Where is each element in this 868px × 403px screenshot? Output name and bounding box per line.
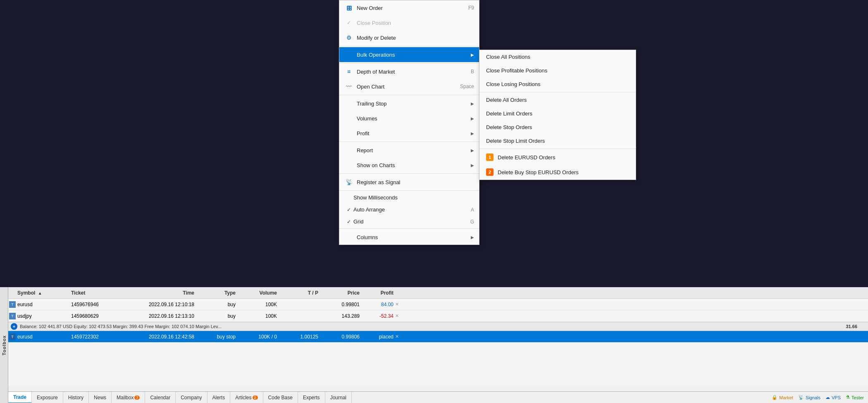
tab-calendar[interactable]: Calendar — [145, 392, 176, 403]
bulk-operations-arrow: ▶ — [471, 53, 474, 57]
tab-alerts[interactable]: Alerts — [207, 392, 231, 403]
row-ticket: 1459676946 — [69, 302, 122, 307]
menu-show-milliseconds-label: Show Milliseconds — [353, 194, 474, 201]
table-row[interactable]: T eurusd 1459676946 2022.09.16 12:10:18 … — [8, 299, 868, 310]
col-symbol-header: Symbol ▲ — [15, 290, 69, 296]
submenu-item-close-profitable[interactable]: Close Profitable Positions — [479, 64, 636, 77]
tab-news-label: News — [94, 395, 106, 401]
row-type: buy — [197, 302, 238, 307]
tab-experts-label: Experts — [303, 395, 320, 401]
submenu-item-delete-eurusd[interactable]: 1 Delete EURUSD Orders — [479, 150, 636, 165]
row-time: 2022.09.16 12:42:58 — [122, 334, 197, 340]
menu-item-show-milliseconds[interactable]: Show Milliseconds — [339, 192, 479, 204]
menu-item-new-order[interactable]: ⊞ New Order F9 — [339, 0, 479, 15]
menu-item-volumes[interactable]: Volumes ▶ — [339, 111, 479, 126]
delete-stop-limit-label: Delete Stop Limit Orders — [486, 138, 545, 144]
tab-history[interactable]: History — [63, 392, 89, 403]
tab-codebase-label: Code Base — [268, 395, 293, 401]
menu-sep-2 — [339, 63, 479, 63]
tab-company[interactable]: Company — [176, 392, 207, 403]
tab-news[interactable]: News — [89, 392, 112, 403]
menu-item-profit[interactable]: Profit ▶ — [339, 126, 479, 141]
market-icon-item[interactable]: 🔒 Market — [772, 395, 793, 400]
show-on-charts-arrow: ▶ — [471, 163, 474, 168]
col-ticket-header: Ticket — [69, 290, 122, 296]
menu-item-columns[interactable]: Columns ▶ — [339, 230, 479, 245]
tab-journal[interactable]: Journal — [325, 392, 352, 403]
menu-grid-label: Grid — [353, 218, 462, 225]
menu-item-register-signal[interactable]: 📡 Register as Signal — [339, 175, 479, 190]
open-chart-icon: 〰 — [344, 82, 353, 91]
row-symbol: eurusd — [15, 334, 69, 340]
menu-item-close-position: ✓ Close Position — [339, 15, 479, 30]
submenu-item-close-losing[interactable]: Close Losing Positions — [479, 77, 636, 91]
menu-item-bulk-operations[interactable]: Bulk Operations ▶ — [339, 47, 479, 62]
row-x-button[interactable]: ✕ — [395, 334, 403, 339]
menu-grid-shortcut: G — [470, 219, 474, 225]
bottom-panel: Toolbox Symbol ▲ Ticket Time Type Volume… — [0, 287, 868, 403]
menu-item-auto-arrange[interactable]: ✓ Auto Arrange A — [339, 204, 479, 216]
table-row[interactable]: T usdjpy 1459680629 2022.09.16 12:13:10 … — [8, 310, 868, 322]
bulk-operations-icon — [344, 50, 353, 59]
tab-trade[interactable]: Trade — [8, 392, 32, 403]
menu-sep-3 — [339, 95, 479, 95]
signals-icon: 📡 — [798, 395, 804, 400]
grid-check: ✓ — [344, 219, 353, 225]
trade-table: Symbol ▲ Ticket Time Type Volume T / P P… — [8, 287, 868, 386]
menu-item-grid[interactable]: ✓ Grid G — [339, 216, 479, 228]
tab-experts[interactable]: Experts — [298, 392, 325, 403]
menu-item-report[interactable]: Report ▶ — [339, 143, 479, 158]
row-volume: 100K — [238, 313, 279, 319]
submenu-item-delete-stop-limit[interactable]: Delete Stop Limit Orders — [479, 134, 636, 148]
submenu-item-delete-limit[interactable]: Delete Limit Orders — [479, 107, 636, 120]
row-tp: 1.00125 — [279, 334, 321, 340]
menu-item-modify-delete[interactable]: ⚙ Modify or Delete — [339, 30, 479, 45]
tab-exposure[interactable]: Exposure — [32, 392, 63, 403]
menu-bulk-operations-label: Bulk Operations — [357, 52, 471, 58]
submenu-item-delete-stop[interactable]: Delete Stop Orders — [479, 120, 636, 134]
menu-sep-7 — [339, 228, 479, 229]
row-symbol: usdjpy — [15, 313, 69, 319]
tester-label: Tester — [851, 395, 864, 400]
volumes-icon — [344, 114, 353, 123]
tester-icon-item[interactable]: ⚗ Tester — [846, 395, 864, 400]
row-x-button[interactable]: ✕ — [395, 302, 403, 307]
toolbox-tab[interactable]: Toolbox — [0, 287, 8, 403]
buy-stop-eurusd-badge: 2 — [486, 168, 494, 176]
signals-label: Signals — [806, 395, 820, 400]
tab-articles[interactable]: Articles 2 — [230, 392, 263, 403]
row-time: 2022.09.16 12:10:18 — [122, 302, 197, 307]
add-icon[interactable]: + — [11, 323, 17, 330]
menu-open-chart-shortcut: Space — [460, 84, 474, 89]
menu-sep-6 — [339, 190, 479, 191]
row-x-button[interactable]: ✕ — [395, 313, 403, 319]
row-price: 0.99801 — [321, 302, 362, 307]
submenu-item-close-all[interactable]: Close All Positions — [479, 50, 636, 64]
tab-mailbox-label: Mailbox — [117, 395, 134, 401]
close-losing-label: Close Losing Positions — [486, 81, 541, 87]
vps-icon-item[interactable]: ☁ VPS — [825, 395, 841, 400]
tab-exposure-label: Exposure — [37, 395, 58, 401]
menu-item-trailing-stop[interactable]: Trailing Stop ▶ — [339, 96, 479, 111]
menu-auto-arrange-shortcut: A — [471, 207, 474, 213]
tab-codebase[interactable]: Code Base — [263, 392, 298, 403]
signals-icon-item[interactable]: 📡 Signals — [798, 395, 820, 400]
vps-label: VPS — [832, 395, 841, 400]
auto-arrange-check: ✓ — [344, 207, 353, 213]
row-ticket: 1459722302 — [69, 334, 122, 340]
eurusd-badge: 1 — [486, 154, 494, 161]
register-signal-icon: 📡 — [344, 178, 353, 187]
col-profit-header: Profit — [362, 290, 395, 296]
menu-item-open-chart[interactable]: 〰 Open Chart Space — [339, 79, 479, 94]
columns-arrow: ▶ — [471, 235, 474, 240]
volumes-arrow: ▶ — [471, 116, 474, 121]
submenu-item-delete-all[interactable]: Delete All Orders — [479, 93, 636, 107]
menu-item-show-on-charts[interactable]: Show on Charts ▶ — [339, 158, 479, 173]
menu-close-position-label: Close Position — [357, 20, 474, 26]
tab-mailbox[interactable]: Mailbox 7 — [112, 392, 145, 403]
col-tp-header: T / P — [279, 290, 321, 296]
submenu-item-delete-buy-stop-eurusd[interactable]: 2 Delete Buy Stop EURUSD Orders — [479, 165, 636, 180]
delete-limit-label: Delete Limit Orders — [486, 110, 532, 117]
menu-item-depth-of-market[interactable]: ≡ Depth of Market B — [339, 64, 479, 79]
table-row-pending[interactable]: T eurusd 1459722302 2022.09.16 12:42:58 … — [8, 331, 868, 343]
